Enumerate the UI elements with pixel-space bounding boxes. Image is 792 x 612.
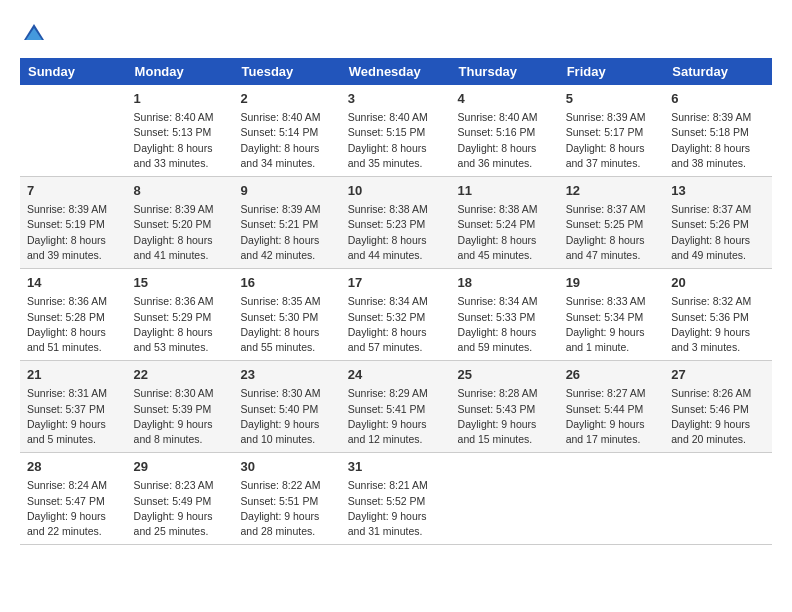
calendar-cell — [559, 453, 665, 545]
day-info: Sunrise: 8:30 AMSunset: 5:40 PMDaylight:… — [241, 386, 334, 447]
day-number: 29 — [134, 458, 227, 476]
logo — [20, 20, 52, 48]
day-number: 4 — [458, 90, 552, 108]
day-number: 5 — [566, 90, 658, 108]
day-info: Sunrise: 8:27 AMSunset: 5:44 PMDaylight:… — [566, 386, 658, 447]
day-info: Sunrise: 8:30 AMSunset: 5:39 PMDaylight:… — [134, 386, 227, 447]
day-number: 25 — [458, 366, 552, 384]
day-number: 24 — [348, 366, 444, 384]
day-info: Sunrise: 8:36 AMSunset: 5:28 PMDaylight:… — [27, 294, 120, 355]
calendar-cell: 19Sunrise: 8:33 AMSunset: 5:34 PMDayligh… — [559, 269, 665, 361]
day-number: 15 — [134, 274, 227, 292]
day-number: 2 — [241, 90, 334, 108]
day-info: Sunrise: 8:40 AMSunset: 5:15 PMDaylight:… — [348, 110, 444, 171]
weekday-header-wednesday: Wednesday — [341, 58, 451, 85]
day-number: 12 — [566, 182, 658, 200]
day-number: 22 — [134, 366, 227, 384]
day-info: Sunrise: 8:31 AMSunset: 5:37 PMDaylight:… — [27, 386, 120, 447]
calendar-cell: 2Sunrise: 8:40 AMSunset: 5:14 PMDaylight… — [234, 85, 341, 177]
page-header — [20, 20, 772, 48]
day-info: Sunrise: 8:24 AMSunset: 5:47 PMDaylight:… — [27, 478, 120, 539]
calendar-cell: 8Sunrise: 8:39 AMSunset: 5:20 PMDaylight… — [127, 177, 234, 269]
day-number: 30 — [241, 458, 334, 476]
day-info: Sunrise: 8:32 AMSunset: 5:36 PMDaylight:… — [671, 294, 765, 355]
calendar-week-row: 14Sunrise: 8:36 AMSunset: 5:28 PMDayligh… — [20, 269, 772, 361]
calendar-cell: 26Sunrise: 8:27 AMSunset: 5:44 PMDayligh… — [559, 361, 665, 453]
day-info: Sunrise: 8:22 AMSunset: 5:51 PMDaylight:… — [241, 478, 334, 539]
calendar-cell: 21Sunrise: 8:31 AMSunset: 5:37 PMDayligh… — [20, 361, 127, 453]
calendar-cell: 23Sunrise: 8:30 AMSunset: 5:40 PMDayligh… — [234, 361, 341, 453]
day-number: 6 — [671, 90, 765, 108]
day-info: Sunrise: 8:34 AMSunset: 5:32 PMDaylight:… — [348, 294, 444, 355]
calendar-cell: 14Sunrise: 8:36 AMSunset: 5:28 PMDayligh… — [20, 269, 127, 361]
day-info: Sunrise: 8:39 AMSunset: 5:20 PMDaylight:… — [134, 202, 227, 263]
day-info: Sunrise: 8:38 AMSunset: 5:24 PMDaylight:… — [458, 202, 552, 263]
day-number: 18 — [458, 274, 552, 292]
day-number: 21 — [27, 366, 120, 384]
calendar-cell: 5Sunrise: 8:39 AMSunset: 5:17 PMDaylight… — [559, 85, 665, 177]
calendar-cell: 22Sunrise: 8:30 AMSunset: 5:39 PMDayligh… — [127, 361, 234, 453]
day-info: Sunrise: 8:23 AMSunset: 5:49 PMDaylight:… — [134, 478, 227, 539]
day-number: 27 — [671, 366, 765, 384]
calendar-cell: 9Sunrise: 8:39 AMSunset: 5:21 PMDaylight… — [234, 177, 341, 269]
calendar-cell: 15Sunrise: 8:36 AMSunset: 5:29 PMDayligh… — [127, 269, 234, 361]
calendar-cell — [20, 85, 127, 177]
calendar-cell: 1Sunrise: 8:40 AMSunset: 5:13 PMDaylight… — [127, 85, 234, 177]
weekday-header-tuesday: Tuesday — [234, 58, 341, 85]
day-number: 3 — [348, 90, 444, 108]
day-info: Sunrise: 8:40 AMSunset: 5:13 PMDaylight:… — [134, 110, 227, 171]
day-number: 1 — [134, 90, 227, 108]
day-number: 26 — [566, 366, 658, 384]
day-info: Sunrise: 8:39 AMSunset: 5:19 PMDaylight:… — [27, 202, 120, 263]
calendar-week-row: 21Sunrise: 8:31 AMSunset: 5:37 PMDayligh… — [20, 361, 772, 453]
calendar-cell: 10Sunrise: 8:38 AMSunset: 5:23 PMDayligh… — [341, 177, 451, 269]
day-number: 28 — [27, 458, 120, 476]
calendar-cell: 30Sunrise: 8:22 AMSunset: 5:51 PMDayligh… — [234, 453, 341, 545]
calendar-cell: 24Sunrise: 8:29 AMSunset: 5:41 PMDayligh… — [341, 361, 451, 453]
day-number: 31 — [348, 458, 444, 476]
calendar-table: SundayMondayTuesdayWednesdayThursdayFrid… — [20, 58, 772, 545]
day-number: 23 — [241, 366, 334, 384]
day-info: Sunrise: 8:39 AMSunset: 5:21 PMDaylight:… — [241, 202, 334, 263]
day-info: Sunrise: 8:21 AMSunset: 5:52 PMDaylight:… — [348, 478, 444, 539]
weekday-header-friday: Friday — [559, 58, 665, 85]
calendar-cell: 20Sunrise: 8:32 AMSunset: 5:36 PMDayligh… — [664, 269, 772, 361]
calendar-cell: 13Sunrise: 8:37 AMSunset: 5:26 PMDayligh… — [664, 177, 772, 269]
day-info: Sunrise: 8:37 AMSunset: 5:25 PMDaylight:… — [566, 202, 658, 263]
calendar-cell — [451, 453, 559, 545]
calendar-cell: 29Sunrise: 8:23 AMSunset: 5:49 PMDayligh… — [127, 453, 234, 545]
day-info: Sunrise: 8:28 AMSunset: 5:43 PMDaylight:… — [458, 386, 552, 447]
calendar-cell — [664, 453, 772, 545]
calendar-cell: 12Sunrise: 8:37 AMSunset: 5:25 PMDayligh… — [559, 177, 665, 269]
day-number: 11 — [458, 182, 552, 200]
calendar-cell: 3Sunrise: 8:40 AMSunset: 5:15 PMDaylight… — [341, 85, 451, 177]
calendar-cell: 16Sunrise: 8:35 AMSunset: 5:30 PMDayligh… — [234, 269, 341, 361]
day-number: 14 — [27, 274, 120, 292]
day-number: 9 — [241, 182, 334, 200]
day-number: 17 — [348, 274, 444, 292]
calendar-cell: 6Sunrise: 8:39 AMSunset: 5:18 PMDaylight… — [664, 85, 772, 177]
weekday-header-thursday: Thursday — [451, 58, 559, 85]
calendar-week-row: 1Sunrise: 8:40 AMSunset: 5:13 PMDaylight… — [20, 85, 772, 177]
day-number: 8 — [134, 182, 227, 200]
day-info: Sunrise: 8:40 AMSunset: 5:14 PMDaylight:… — [241, 110, 334, 171]
day-info: Sunrise: 8:36 AMSunset: 5:29 PMDaylight:… — [134, 294, 227, 355]
calendar-cell: 17Sunrise: 8:34 AMSunset: 5:32 PMDayligh… — [341, 269, 451, 361]
calendar-week-row: 7Sunrise: 8:39 AMSunset: 5:19 PMDaylight… — [20, 177, 772, 269]
day-info: Sunrise: 8:29 AMSunset: 5:41 PMDaylight:… — [348, 386, 444, 447]
calendar-cell: 4Sunrise: 8:40 AMSunset: 5:16 PMDaylight… — [451, 85, 559, 177]
weekday-header-sunday: Sunday — [20, 58, 127, 85]
day-info: Sunrise: 8:35 AMSunset: 5:30 PMDaylight:… — [241, 294, 334, 355]
weekday-header-row: SundayMondayTuesdayWednesdayThursdayFrid… — [20, 58, 772, 85]
calendar-cell: 11Sunrise: 8:38 AMSunset: 5:24 PMDayligh… — [451, 177, 559, 269]
day-number: 13 — [671, 182, 765, 200]
weekday-header-monday: Monday — [127, 58, 234, 85]
calendar-cell: 31Sunrise: 8:21 AMSunset: 5:52 PMDayligh… — [341, 453, 451, 545]
day-number: 20 — [671, 274, 765, 292]
day-number: 7 — [27, 182, 120, 200]
day-info: Sunrise: 8:38 AMSunset: 5:23 PMDaylight:… — [348, 202, 444, 263]
day-info: Sunrise: 8:40 AMSunset: 5:16 PMDaylight:… — [458, 110, 552, 171]
day-number: 19 — [566, 274, 658, 292]
day-info: Sunrise: 8:39 AMSunset: 5:18 PMDaylight:… — [671, 110, 765, 171]
day-info: Sunrise: 8:33 AMSunset: 5:34 PMDaylight:… — [566, 294, 658, 355]
